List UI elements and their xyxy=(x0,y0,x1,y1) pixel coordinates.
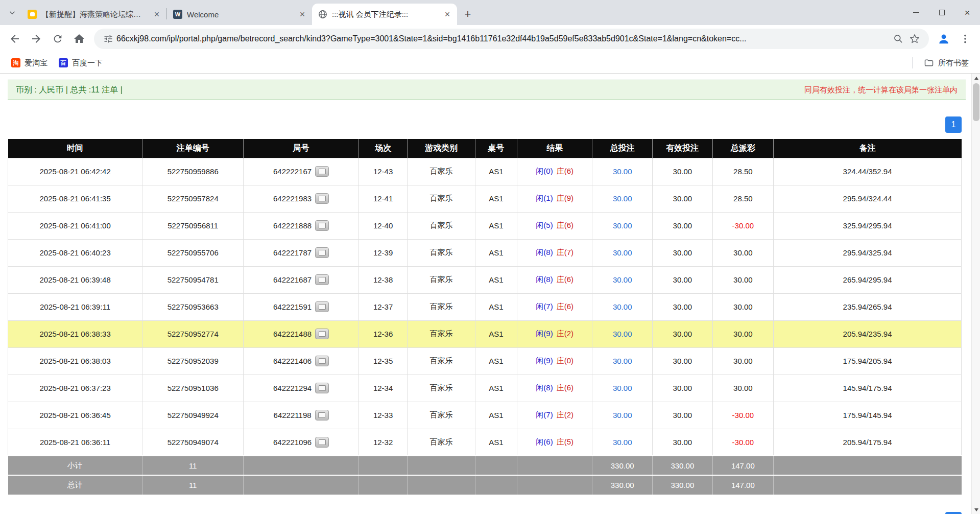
all-bookmarks-button[interactable]: 所有书签 xyxy=(920,55,973,71)
table-row: 2025-08-21 06:36:11 522750949074 6422210… xyxy=(8,429,962,456)
table-header-row: 时间 注单编号 局号 场次 游戏类别 桌号 结果 总投注 有效投注 总派彩 备注 xyxy=(8,139,962,158)
cell-total-bet: 30.00 xyxy=(592,212,653,239)
pagination-button[interactable]: 1 xyxy=(945,116,962,133)
address-bar[interactable]: 66cxkj98.com/ipl/portal.php/game/betreco… xyxy=(94,29,929,49)
maximize-button[interactable] xyxy=(929,0,954,25)
back-button[interactable] xyxy=(5,29,25,49)
table-no-value: AS1 xyxy=(489,194,503,203)
triangle-down-icon xyxy=(974,508,978,511)
round-detail-icon[interactable] xyxy=(315,356,329,366)
remark-value: 175.94/145.94 xyxy=(843,411,892,419)
currency-summary: 币别 : 人民币 | 总共 :11 注单 | xyxy=(16,85,123,96)
cell-table-no: AS1 xyxy=(475,402,517,429)
scrollbar-down-arrow[interactable] xyxy=(972,505,980,514)
payout-value: 30.00 xyxy=(733,330,753,338)
payout-value: 30.00 xyxy=(733,248,753,257)
round-detail-icon[interactable] xyxy=(315,220,329,231)
round-detail-icon[interactable] xyxy=(315,193,329,204)
total-valid-bet: 330.00 xyxy=(653,475,713,495)
tab-close-icon[interactable]: × xyxy=(442,9,453,20)
session-value: 12-40 xyxy=(373,221,393,230)
cell-bet-no: 522750949924 xyxy=(142,402,244,429)
scrollbar-up-arrow[interactable] xyxy=(972,74,980,82)
game-type-value: 百家乐 xyxy=(430,167,453,175)
result-banker-value: 庄(0) xyxy=(557,356,573,365)
table-no-value: AS1 xyxy=(489,384,503,392)
cell-game-type: 百家乐 xyxy=(408,185,475,212)
round-no-value: 642221687 xyxy=(273,275,312,284)
menu-button[interactable] xyxy=(955,29,975,49)
cell-valid-bet: 30.00 xyxy=(653,185,713,212)
bookmark-taobao[interactable]: 淘 爱淘宝 xyxy=(7,56,52,71)
cell-table-no: AS1 xyxy=(475,429,517,456)
valid-bet-value: 30.00 xyxy=(673,167,692,176)
close-button[interactable]: × xyxy=(954,0,980,25)
round-detail-icon[interactable] xyxy=(315,383,329,393)
valid-bet-value: 30.00 xyxy=(673,194,692,203)
minimize-button[interactable] xyxy=(903,0,929,25)
bookmark-star-button[interactable] xyxy=(906,31,923,47)
payout-value: 30.00 xyxy=(733,275,753,284)
bet-no-value: 522750949924 xyxy=(168,411,219,419)
page-scrollbar[interactable] xyxy=(971,74,980,514)
tab-search-chevron[interactable] xyxy=(3,0,21,25)
result-player-value: 闲(7) xyxy=(536,302,553,311)
cell-table-no: AS1 xyxy=(475,266,517,293)
cell-time: 2025-08-21 06:36:11 xyxy=(8,429,142,456)
payout-value: 30.00 xyxy=(733,357,753,365)
round-detail-icon[interactable] xyxy=(315,301,329,312)
header-result: 结果 xyxy=(517,139,592,158)
round-detail-icon[interactable] xyxy=(315,437,329,448)
forward-button[interactable] xyxy=(27,29,46,49)
session-value: 12-37 xyxy=(373,302,393,311)
browser-toolbar: 66cxkj98.com/ipl/portal.php/game/betreco… xyxy=(0,25,980,53)
round-no-value: 642221983 xyxy=(273,194,312,203)
time-value: 2025-08-21 06:41:00 xyxy=(39,221,110,230)
result-banker-value: 庄(6) xyxy=(557,221,573,229)
round-no-value: 642221488 xyxy=(273,330,312,338)
cell-result: 闲(5)庄(6) xyxy=(517,212,592,239)
cell-result: 闲(7)庄(6) xyxy=(517,293,592,320)
maximize-icon xyxy=(939,10,945,15)
tab-welcome[interactable]: W Welcome × xyxy=(167,4,312,25)
cell-remark: 235.94/265.94 xyxy=(774,293,962,320)
tab-close-icon[interactable]: × xyxy=(151,9,162,20)
cell-result: 闲(0)庄(6) xyxy=(517,158,592,185)
zoom-indicator-button[interactable] xyxy=(890,31,906,47)
round-detail-icon[interactable] xyxy=(315,166,329,177)
cell-valid-bet: 30.00 xyxy=(653,429,713,456)
round-detail-icon[interactable] xyxy=(315,274,329,285)
round-detail-icon[interactable] xyxy=(315,247,329,258)
tab-forum[interactable]: 【新提醒】海燕策略论坛综合交 × xyxy=(21,4,166,25)
home-button[interactable] xyxy=(69,29,89,49)
session-value: 12-43 xyxy=(373,167,393,176)
cell-session: 12-40 xyxy=(359,212,408,239)
table-row: 2025-08-21 06:37:23 522750951036 6422212… xyxy=(8,375,962,402)
cell-time: 2025-08-21 06:41:00 xyxy=(8,212,142,239)
tab-close-icon[interactable]: × xyxy=(297,9,308,20)
pagination-bottom-button[interactable]: 1 xyxy=(945,512,962,514)
cell-total-bet: 30.00 xyxy=(592,320,653,347)
cell-session: 12-35 xyxy=(359,347,408,375)
round-detail-icon[interactable] xyxy=(315,410,329,420)
bookmark-baidu[interactable]: 百 百度一下 xyxy=(55,56,107,71)
bet-no-value: 522750951036 xyxy=(168,384,219,392)
result-player-value: 闲(1) xyxy=(536,194,553,202)
cell-round-no: 642221488 xyxy=(244,320,359,347)
round-detail-icon[interactable] xyxy=(315,329,329,339)
tab-bet-record[interactable]: :::视讯 会员下注纪录::: × xyxy=(312,4,457,25)
page-content: 币别 : 人民币 | 总共 :11 注单 | 同局有效投注，统一计算在该局第一张… xyxy=(0,80,971,514)
scrollbar-thumb[interactable] xyxy=(973,83,979,121)
cell-game-type: 百家乐 xyxy=(408,429,475,456)
bet-no-value: 522750956811 xyxy=(168,221,218,230)
result-banker-value: 庄(6) xyxy=(557,383,573,392)
table-row: 2025-08-21 06:42:42 522750959886 6422221… xyxy=(8,158,962,185)
result-player-value: 闲(9) xyxy=(536,356,553,365)
new-tab-button[interactable]: + xyxy=(460,7,475,22)
refresh-button[interactable] xyxy=(48,29,67,49)
round-no-value: 642221888 xyxy=(273,221,312,230)
forward-icon xyxy=(30,33,42,45)
profile-button[interactable] xyxy=(934,29,953,49)
site-info-button[interactable] xyxy=(100,31,116,47)
cell-session: 12-38 xyxy=(359,266,408,293)
